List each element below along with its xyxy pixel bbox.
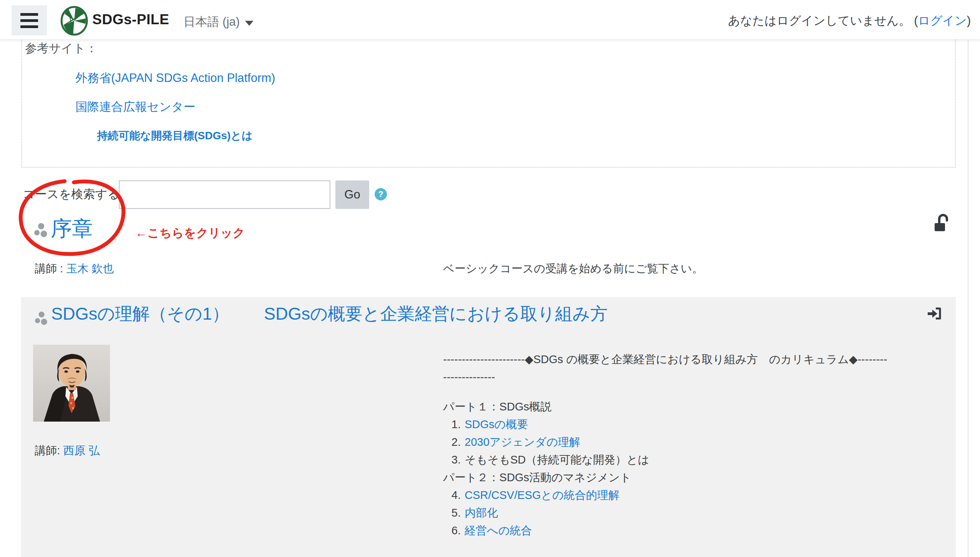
scrollbar-track-edge[interactable]: [968, 40, 968, 557]
intro-instructor-line: 講師 : 玉木 欽也: [35, 261, 114, 277]
question-icon[interactable]: ?: [375, 188, 387, 200]
card-instructor-line: 講師: 西原 弘: [35, 443, 100, 459]
login-status: あなたはログインしていません。 (ログイン): [728, 13, 971, 29]
site-title[interactable]: SDGs-PILE: [92, 12, 169, 28]
course-dots-icon: [35, 312, 48, 325]
course-curriculum: ----------------------◆SDGs の概要と企業経営における…: [443, 350, 958, 539]
instructor-label: 講師:: [35, 444, 63, 457]
instructor-label: 講師 :: [35, 262, 66, 275]
curriculum-part1-heading: パート１：SDGs概説: [443, 398, 958, 415]
intro-course-link[interactable]: 序章: [51, 215, 93, 242]
reference-sites-box: 参考サイト： 外務省(JAPAN SDGs Action Platform) 国…: [21, 40, 956, 168]
curriculum-item: 4. CSR/CSV/ESGとの統合的理解: [443, 486, 958, 504]
instructor-link-tamaki[interactable]: 玉木 欽也: [66, 262, 114, 275]
curriculum-item: 1. SDGsの概要: [443, 415, 958, 433]
course-dots-icon: [34, 223, 48, 238]
curriculum-item: 3. そもそもSD（持続可能な開発）とは: [443, 451, 958, 469]
course-search-input[interactable]: [119, 180, 330, 209]
menu-button[interactable]: [12, 5, 47, 35]
curriculum-link-2030-agenda[interactable]: 2030アジェンダの理解: [465, 433, 580, 451]
language-label: 日本語 (ja): [183, 14, 240, 30]
instructor-link-nishihara[interactable]: 西原 弘: [63, 444, 100, 457]
curriculum-link-internalization[interactable]: 内部化: [465, 504, 498, 522]
course-title-link[interactable]: SDGsの理解（その1） SDGsの概要と企業経営における取り組み方: [51, 302, 608, 325]
top-navbar: SDGs-PILE 日本語 (ja) あなたはログインしていません。 (ログイン…: [0, 0, 980, 40]
course-search-label: コースを検索する: [23, 186, 120, 202]
click-here-annotation: ←こちらをクリック: [135, 225, 245, 241]
curriculum-item: 6. 経営への統合: [443, 522, 958, 539]
menu-icon: [20, 13, 38, 16]
link-mofa-japan-sdgs[interactable]: 外務省(JAPAN SDGs Action Platform): [75, 70, 275, 86]
language-selector[interactable]: 日本語 (ja): [183, 14, 253, 30]
curriculum-header: ----------------------◆SDGs の概要と企業経営における…: [443, 350, 958, 386]
login-link[interactable]: ログイン: [918, 14, 967, 27]
curriculum-link-sdgs-overview[interactable]: SDGsの概要: [465, 415, 528, 433]
link-un-information-centre[interactable]: 国際連合広報センター: [75, 99, 195, 115]
unlock-icon: [934, 214, 950, 232]
link-what-is-sdgs[interactable]: 持続可能な開発目標(SDGs)とは: [97, 128, 253, 143]
curriculum-item: 2. 2030アジェンダの理解: [443, 433, 958, 451]
curriculum-text-sd: そもそもSD（持続可能な開発）とは: [465, 451, 649, 469]
course-card-sdgs-1: SDGsの理解（その1） SDGsの概要と企業経営における取り組み方: [21, 297, 956, 557]
instructor-photo: [33, 345, 110, 422]
curriculum-link-management-integration[interactable]: 経営への統合: [465, 522, 532, 539]
search-go-button[interactable]: Go: [335, 180, 369, 209]
curriculum-item: 5. 内部化: [443, 504, 958, 522]
curriculum-part2-heading: パート２：SDGs活動のマネジメント: [443, 469, 958, 486]
caret-down-icon: [245, 21, 253, 26]
reference-heading: 参考サイト：: [25, 40, 97, 57]
curriculum-link-csr-csv-esg[interactable]: CSR/CSV/ESGとの統合的理解: [465, 486, 620, 504]
sdgs-pile-logo[interactable]: [60, 5, 88, 36]
intro-course-summary: ベーシックコースの受講を始める前にご覧下さい。: [443, 261, 703, 277]
page: SDGs-PILE 日本語 (ja) あなたはログインしていません。 (ログイン…: [0, 0, 980, 557]
sign-in-icon[interactable]: [927, 307, 942, 320]
